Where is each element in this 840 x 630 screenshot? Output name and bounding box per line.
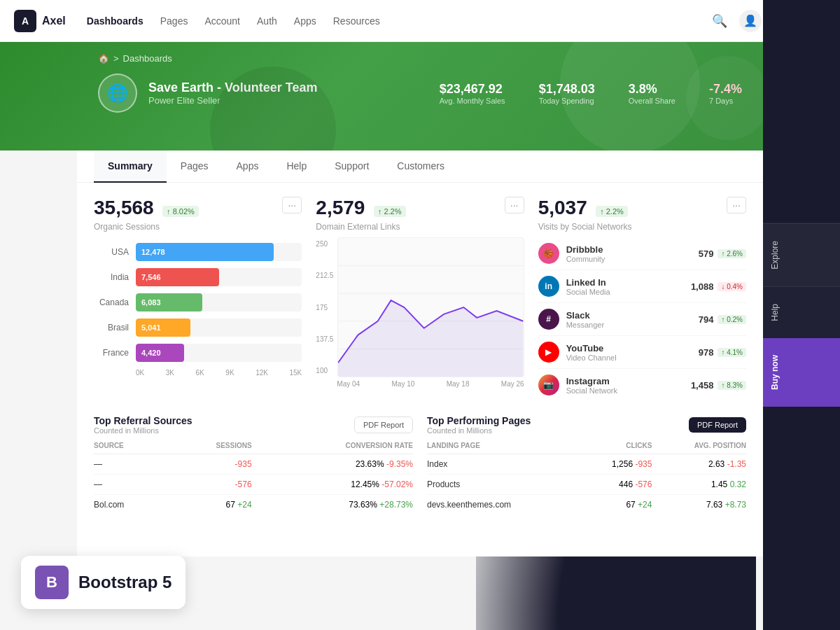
tab-pages[interactable]: Pages [167, 150, 223, 183]
notifications-icon[interactable]: 👤 [739, 10, 762, 32]
tab-apps[interactable]: Apps [223, 150, 273, 183]
top-pages-pdf-btn[interactable]: PDF Report [689, 417, 746, 433]
table-row: Index 1,256 -935 2.63 -1.35 [427, 454, 746, 475]
bar-row-france: France 4,420 [94, 344, 302, 362]
social-value: 5,037 [538, 197, 587, 218]
breadcrumb-sep: > [113, 53, 119, 64]
domain-more-btn[interactable]: ··· [505, 197, 524, 214]
table-row: Products 446 -576 1.45 0.32 [427, 475, 746, 495]
x-axis: 0K 3K 6K 9K 12K 15K [94, 369, 302, 377]
organic-more-btn[interactable]: ··· [282, 197, 302, 214]
right-panel: Explore Help Buy now [763, 0, 840, 630]
nav-links: Dashboards Pages Account Auth Apps Resou… [87, 15, 708, 27]
bar-row-brasil: Brasil 5,041 [94, 318, 302, 337]
organic-sessions-section: 35,568 ↑ 8.02% ··· Organic Sessions USA … [94, 197, 302, 401]
search-icon[interactable]: 🔍 [708, 10, 731, 32]
table-row: devs.keenthemes.com 67 +24 7.63 +8.73 [427, 495, 746, 515]
breadcrumb-current: Dashboards [123, 53, 172, 64]
nav-pages[interactable]: Pages [160, 15, 188, 27]
content-grid: 35,568 ↑ 8.02% ··· Organic Sessions USA … [77, 183, 763, 415]
tab-support[interactable]: Support [321, 150, 383, 183]
brand[interactable]: A Axel [14, 10, 66, 32]
green-banner: 🏠 > Dashboards 🌐 Save Earth - Volunteer … [0, 42, 840, 150]
table-row: — -935 23.63% -9.35% [94, 454, 413, 475]
domain-badge: ↑ 2.2% [374, 206, 406, 217]
social-item-instagram: 📷 Instagram Social Network 1,458 ↑ 8.3% [538, 369, 746, 401]
domain-label: Domain External Links [316, 222, 524, 232]
organic-badge: ↑ 8.02% [162, 206, 199, 217]
home-icon[interactable]: 🏠 [98, 53, 109, 64]
bootstrap-icon: B [35, 566, 69, 599]
referral-title: Top Referral Sources [94, 415, 192, 426]
domain-links-section: 2,579 ↑ 2.2% ··· Domain External Links 2… [316, 197, 524, 401]
navbar: A Axel Dashboards Pages Account Auth App… [0, 0, 840, 42]
bar-row-usa: USA 12,478 [94, 243, 302, 261]
brand-icon: A [14, 10, 36, 32]
table-row: — -576 12.45% -57.02% [94, 475, 413, 495]
buy-now-btn[interactable]: Buy now [763, 338, 840, 407]
top-pages-title: Top Performing Pages [427, 415, 531, 426]
team-logo: 🌐 [98, 74, 137, 113]
referral-pdf-btn[interactable]: PDF Report [354, 416, 413, 433]
tab-summary[interactable]: Summary [94, 150, 167, 183]
social-more-btn[interactable]: ··· [727, 197, 746, 214]
tab-help[interactable]: Help [272, 150, 321, 183]
social-visits-section: 5,037 ↑ 2.2% ··· Visits by Social Networ… [538, 197, 746, 401]
referral-section: Top Referral Sources Counted in Millions… [94, 415, 413, 514]
stat-value: $23,467.92 [440, 82, 505, 97]
nav-resources[interactable]: Resources [333, 15, 380, 27]
top-pages-sub: Counted in Millions [427, 426, 531, 435]
stat-monthly-sales: $23,467.92 Avg. Monthly Sales [440, 82, 505, 105]
explore-btn[interactable]: Explore [763, 223, 840, 286]
social-list: 🏀 Dribbble Community 579 ↑ 2.6% in Linke… [538, 237, 746, 401]
nav-dashboards[interactable]: Dashboards [87, 15, 144, 27]
nav-apps[interactable]: Apps [294, 15, 316, 27]
top-pages-table: LANDING PAGE CLICKS AVG. POSITION Index … [427, 438, 746, 514]
top-pages-section: Top Performing Pages Counted in Millions… [427, 415, 746, 514]
main-card: Summary Pages Apps Help Support Customer… [77, 150, 763, 556]
social-item-youtube: ▶ YouTube Video Channel 978 ↑ 4.1% [538, 336, 746, 369]
stat-label: Avg. Monthly Sales [440, 97, 505, 105]
nav-auth[interactable]: Auth [257, 15, 277, 27]
table-row: Bol.com 67 +24 73.63% +28.73% [94, 495, 413, 515]
bar-row-canada: Canada 6,083 [94, 293, 302, 312]
tabs: Summary Pages Apps Help Support Customer… [77, 150, 763, 183]
bar-chart: USA 12,478 India 7,546 Canada 6,083 [94, 243, 302, 377]
social-item-linkedin: in Linked In Social Media 1,088 ↓ 0.4% [538, 270, 746, 303]
bootstrap-text: Bootstrap 5 [78, 573, 172, 592]
domain-value: 2,579 [316, 197, 365, 218]
bar-row-india: India 7,546 [94, 268, 302, 286]
line-chart: 250 212.5 175 137.5 100 [316, 237, 524, 388]
organic-value: 35,568 [94, 197, 154, 218]
social-item-slack: # Slack Messanger 794 ↑ 0.2% [538, 303, 746, 336]
referral-table: SOURCE SESSIONS CONVERSION RATE — -935 2… [94, 438, 413, 514]
referral-sub: Counted in Millions [94, 426, 192, 435]
social-label: Visits by Social Networks [538, 222, 746, 232]
bottom-tables: Top Referral Sources Counted in Millions… [77, 415, 763, 528]
brand-name: Axel [42, 15, 66, 27]
help-btn[interactable]: Help [763, 286, 840, 338]
organic-label: Organic Sessions [94, 222, 302, 232]
bootstrap-badge: B Bootstrap 5 [21, 556, 186, 609]
social-badge: ↑ 2.2% [596, 206, 628, 217]
social-item-dribbble: 🏀 Dribbble Community 579 ↑ 2.6% [538, 237, 746, 270]
nav-account[interactable]: Account [204, 15, 240, 27]
tab-customers[interactable]: Customers [383, 150, 458, 183]
